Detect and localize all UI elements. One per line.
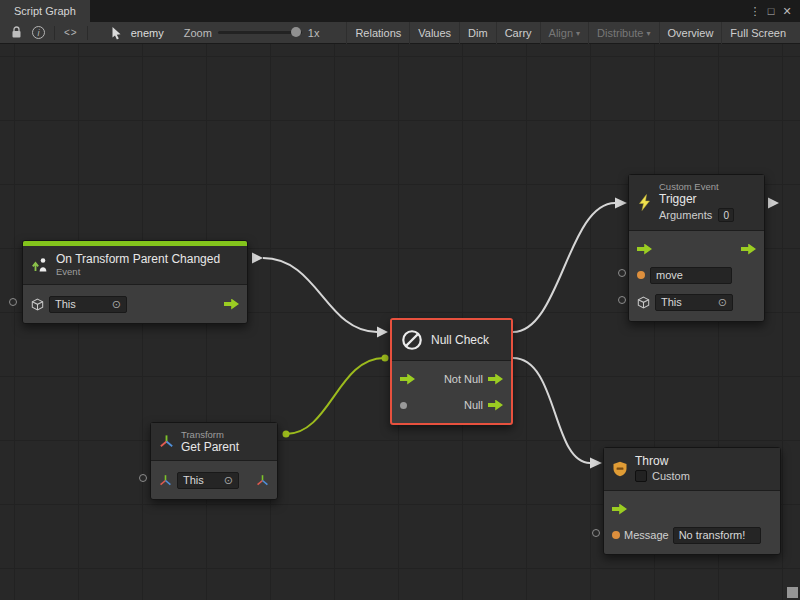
pointer-icon bbox=[106, 22, 127, 44]
flow-input-port[interactable] bbox=[637, 244, 652, 255]
lock-icon-svg bbox=[11, 26, 22, 39]
flow-input-port[interactable] bbox=[400, 374, 415, 385]
button-label: Overview bbox=[668, 27, 714, 39]
node-null-check[interactable]: Null Check Not Null Null bbox=[390, 318, 513, 425]
target-dropdown[interactable]: This ⊙ bbox=[177, 472, 239, 489]
gameobject-cube-icon bbox=[637, 296, 650, 309]
custom-label: Custom bbox=[652, 470, 690, 482]
node-category: Transform bbox=[181, 429, 239, 440]
object-picker-icon[interactable]: ⊙ bbox=[718, 297, 727, 308]
align-button[interactable]: Align ▾ bbox=[540, 22, 588, 44]
button-label: Full Screen bbox=[730, 27, 786, 39]
tab-title: Script Graph bbox=[14, 5, 76, 17]
flow-input-port[interactable] bbox=[612, 504, 627, 515]
throw-shield-icon bbox=[612, 461, 628, 477]
message-field[interactable]: No transform! bbox=[673, 527, 761, 544]
node-header: Custom Event Trigger Arguments 0 bbox=[629, 175, 764, 231]
dropdown-value: This bbox=[55, 298, 76, 310]
dropdown-value: This bbox=[183, 474, 204, 486]
distribute-button[interactable]: Distribute ▾ bbox=[588, 22, 658, 44]
value-input-port[interactable] bbox=[9, 298, 17, 306]
gameobject-cube-icon bbox=[31, 298, 44, 311]
node-header: Transform Get Parent bbox=[151, 423, 277, 461]
chevron-down-icon: ▾ bbox=[576, 29, 580, 38]
node-subtitle: Event bbox=[56, 266, 220, 278]
pointer-icon-svg bbox=[111, 26, 122, 40]
node-category: Custom Event bbox=[659, 181, 734, 192]
button-label: Distribute bbox=[597, 27, 643, 39]
node-trigger-custom-event[interactable]: Custom Event Trigger Arguments 0 move bbox=[628, 174, 765, 322]
button-label: Dim bbox=[468, 27, 488, 39]
button-label: Carry bbox=[505, 27, 532, 39]
not-null-output-port[interactable] bbox=[488, 374, 503, 385]
arguments-label: Arguments bbox=[659, 209, 712, 221]
resize-grip[interactable] bbox=[787, 587, 798, 598]
toolbar-buttons: Relations Values Dim Carry Align ▾ Distr… bbox=[346, 22, 794, 44]
node-header: Null Check bbox=[392, 320, 511, 361]
relations-button[interactable]: Relations bbox=[346, 22, 409, 44]
custom-checkbox[interactable] bbox=[635, 470, 647, 482]
value-input-port[interactable] bbox=[400, 402, 407, 409]
node-header: On Transform Parent Changed Event bbox=[23, 246, 247, 285]
node-title: Get Parent bbox=[181, 440, 239, 454]
null-output-port[interactable] bbox=[488, 400, 503, 411]
value-input-port[interactable] bbox=[139, 474, 147, 482]
button-label: Values bbox=[418, 27, 451, 39]
button-label: Relations bbox=[355, 27, 401, 39]
node-on-transform-parent-changed[interactable]: On Transform Parent Changed Event This ⊙ bbox=[22, 240, 248, 324]
zoom-label: Zoom bbox=[184, 27, 212, 39]
string-input-port[interactable] bbox=[637, 271, 645, 279]
close-icon[interactable]: ✕ bbox=[779, 0, 795, 22]
arguments-field[interactable]: 0 bbox=[718, 208, 734, 222]
null-check-icon bbox=[400, 328, 424, 352]
object-picker-icon[interactable]: ⊙ bbox=[224, 475, 233, 486]
graph-name[interactable]: enemy bbox=[131, 27, 164, 39]
tab-bar: Script Graph ⋮ □ ✕ bbox=[0, 0, 800, 22]
transform-axes-icon bbox=[159, 434, 174, 449]
flow-output-port[interactable] bbox=[741, 244, 756, 255]
node-body: This ⊙ bbox=[23, 285, 247, 323]
info-icon[interactable]: i bbox=[32, 26, 45, 39]
node-body: Message No transform! bbox=[604, 491, 780, 554]
button-label: Align bbox=[549, 27, 573, 39]
code-view-icon[interactable]: <> bbox=[59, 22, 83, 44]
node-header: Throw Custom bbox=[604, 448, 780, 491]
port-label: Null bbox=[464, 399, 483, 411]
menu-icon[interactable]: ⋮ bbox=[747, 0, 763, 22]
target-dropdown[interactable]: This ⊙ bbox=[655, 294, 733, 311]
overview-button[interactable]: Overview bbox=[659, 22, 722, 44]
tab-script-graph[interactable]: Script Graph bbox=[0, 0, 90, 22]
node-body: move This ⊙ bbox=[629, 231, 764, 321]
maximize-icon[interactable]: □ bbox=[763, 0, 779, 22]
dropdown-value: This bbox=[661, 296, 682, 308]
node-title: On Transform Parent Changed bbox=[56, 252, 220, 266]
transform-parent-changed-icon bbox=[31, 256, 49, 274]
node-body: This ⊙ bbox=[151, 461, 277, 499]
message-input-port[interactable] bbox=[612, 531, 620, 539]
fullscreen-button[interactable]: Full Screen bbox=[721, 22, 794, 44]
value-input-port[interactable] bbox=[618, 269, 626, 277]
zoom-slider[interactable] bbox=[218, 31, 302, 34]
node-throw[interactable]: Throw Custom Message No transform! bbox=[603, 447, 781, 555]
port-label: Not Null bbox=[444, 373, 483, 385]
chevron-down-icon: ▾ bbox=[647, 29, 651, 38]
lightning-bolt-icon bbox=[637, 194, 652, 211]
zoom-value: 1x bbox=[308, 27, 320, 39]
object-picker-icon[interactable]: ⊙ bbox=[112, 299, 121, 310]
unity-script-graph-window: Script Graph ⋮ □ ✕ i <> enemy Zoom bbox=[0, 0, 800, 600]
event-name-field[interactable]: move bbox=[650, 267, 732, 284]
dim-button[interactable]: Dim bbox=[459, 22, 496, 44]
target-dropdown[interactable]: This ⊙ bbox=[49, 296, 127, 313]
values-button[interactable]: Values bbox=[409, 22, 459, 44]
graph-canvas[interactable]: On Transform Parent Changed Event This ⊙ bbox=[0, 44, 800, 600]
node-title: Throw bbox=[635, 454, 690, 468]
zoom-slider-handle[interactable] bbox=[291, 27, 301, 37]
message-label: Message bbox=[624, 529, 669, 541]
toolbar: i <> enemy Zoom 1x Relations Values Dim bbox=[0, 22, 800, 44]
carry-button[interactable]: Carry bbox=[496, 22, 540, 44]
value-input-port[interactable] bbox=[592, 529, 600, 537]
value-input-port[interactable] bbox=[618, 296, 626, 304]
flow-output-port[interactable] bbox=[224, 299, 239, 310]
lock-icon[interactable] bbox=[6, 22, 27, 44]
node-get-parent[interactable]: Transform Get Parent This ⊙ bbox=[150, 422, 278, 500]
